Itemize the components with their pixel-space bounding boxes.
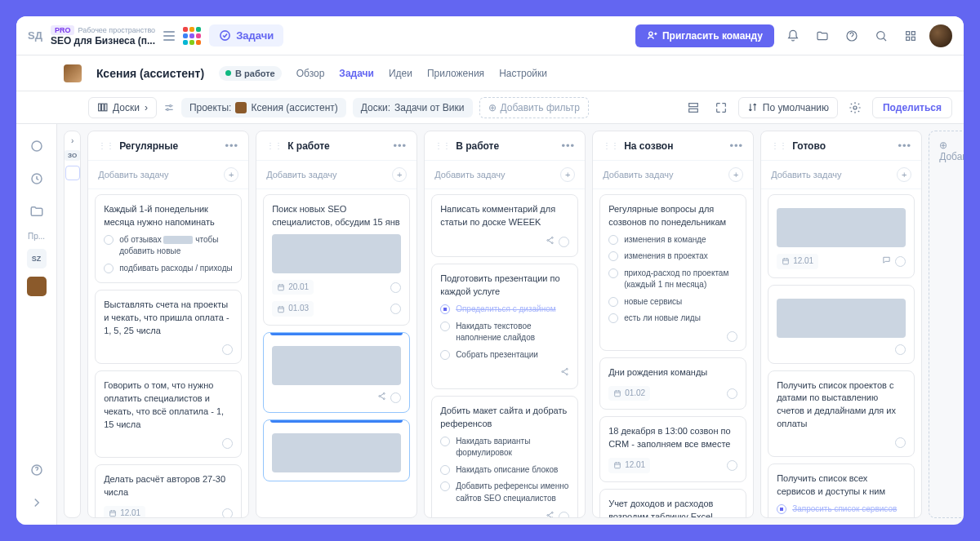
task-card[interactable] [263,332,410,414]
subtask-ring-icon[interactable] [440,481,450,491]
tab-overview[interactable]: Обзор [296,68,325,79]
share-icon[interactable] [560,367,569,380]
task-card[interactable]: Регулярные вопросы для созвонов по понед… [599,194,746,351]
folder-icon[interactable] [812,25,833,47]
tab-tasks[interactable]: Задачи [339,68,374,79]
plus-icon[interactable]: + [392,167,407,182]
subtask-item[interactable]: Накидать описание блоков [440,464,569,477]
task-card[interactable]: Получить список всех сервисов и доступы … [768,463,915,517]
tab-apps[interactable]: Приложения [427,68,484,79]
task-card[interactable]: Поиск новых SEO специалистов, обсудим 15… [263,194,410,326]
status-pill[interactable]: В работе [219,66,282,81]
workspace-block[interactable]: PRO Рабочее пространство SEO для Бизнеса… [51,25,155,47]
board-scroll[interactable]: › ЗО ⋮⋮Регулярные•••Добавить задачу+Кажд… [64,131,957,518]
subtask-ring-icon[interactable] [777,504,786,514]
subtask-ring-icon[interactable] [608,251,618,261]
column-menu-icon[interactable]: ••• [898,140,911,152]
subtask-ring-icon[interactable] [440,465,450,475]
boards-view-button[interactable]: Доски › [88,97,157,118]
grid-icon[interactable] [900,25,921,47]
complete-ring-icon[interactable] [727,460,737,471]
rail-circle-icon[interactable] [24,134,49,158]
tab-settings[interactable]: Настройки [499,68,547,79]
subtask-item[interactable]: Накидать варианты формулировок [440,436,569,459]
search-icon[interactable] [871,25,892,47]
task-card[interactable]: Делать расчёт авторов 27-30 числа12.01 [95,464,242,517]
complete-ring-icon[interactable] [895,344,906,355]
gear-icon[interactable] [844,97,866,118]
complete-ring-icon[interactable] [727,388,737,399]
add-column[interactable]: ⊕ Добав [929,131,964,518]
collapsed-column[interactable]: › ЗО [64,131,81,518]
rail-folder-icon[interactable] [24,199,49,224]
grip-icon[interactable]: ⋮⋮ [98,141,114,150]
grip-icon[interactable]: ⋮⋮ [603,141,619,150]
filter-projects[interactable]: Проекты: Ксения (ассистент) [181,98,346,118]
rail-project-avatar[interactable] [27,277,47,296]
invite-team-button[interactable]: Пригласить команду [635,24,774,47]
filter-sliders-icon[interactable] [163,102,175,113]
task-card[interactable]: Говорить о том, что нужно оплатить специ… [95,370,242,458]
apps-grid-icon[interactable] [183,27,201,45]
subtask-ring-icon[interactable] [608,268,618,278]
subtask-item[interactable]: Добавить референсы именно сайтов SEO спе… [440,481,569,504]
subtask-ring-icon[interactable] [608,313,618,323]
subtask-ring-icon[interactable] [440,350,450,360]
subtask-ring-icon[interactable] [440,321,450,331]
task-card[interactable]: Учет доходов и расходов возродим табличк… [599,489,746,517]
task-card[interactable] [263,419,410,481]
task-card[interactable]: 18 декабря в 13:00 созвон по CRM - запол… [599,416,746,481]
task-card[interactable]: Каждый 1-й понедельник месяца нужно напо… [95,194,242,283]
complete-ring-icon[interactable] [895,256,906,267]
column-menu-icon[interactable]: ••• [225,140,238,152]
subtask-ring-icon[interactable] [104,235,114,245]
plus-icon[interactable]: + [224,167,238,182]
subtask-item[interactable]: Запросить список сервисов [777,503,906,516]
plus-icon[interactable]: + [897,167,911,182]
add-filter-button[interactable]: ⊕ Добавить фильтр [479,97,589,118]
plus-icon[interactable]: + [728,167,743,182]
add-task-row[interactable]: Добавить задачу+ [88,161,248,189]
tasks-pill[interactable]: Задачи [209,24,283,47]
sort-button[interactable]: По умолчанию [738,97,838,118]
grip-icon[interactable]: ⋮⋮ [434,141,451,150]
subtask-item[interactable]: Собрать презентации [440,349,569,361]
filter-boards[interactable]: Доски: Задачи от Вики [353,98,473,118]
grip-icon[interactable]: ⋮⋮ [771,141,787,150]
task-card[interactable]: 12.01 [768,194,915,278]
add-task-row[interactable]: Добавить задачу+ [425,161,585,189]
subtask-item[interactable]: об отзывах чтобы добавить новые [104,234,233,258]
subtask-item[interactable]: новые сервисы [608,296,737,308]
task-card[interactable]: Получить список проектов с датами по выс… [768,370,915,458]
task-card[interactable] [768,285,915,364]
expand-icon[interactable] [710,97,732,118]
share-icon[interactable] [546,511,555,517]
rail-badge-sz[interactable]: SZ [27,249,47,268]
date-chip[interactable]: 20.01 [272,280,314,295]
comment-icon[interactable] [882,255,891,268]
task-card[interactable]: Написать комментарий для статьи по доске… [431,194,578,257]
layout-icon[interactable] [683,97,704,118]
share-icon[interactable] [377,392,386,405]
user-avatar[interactable] [929,24,952,47]
column-menu-icon[interactable]: ••• [729,140,743,152]
task-card[interactable]: Дни рождения команды01.02 [599,357,746,410]
complete-ring-icon[interactable] [559,237,569,247]
subtask-ring-icon[interactable] [608,297,618,307]
subtask-item[interactable]: подбивать расходы / приходы [104,263,233,275]
plus-icon[interactable]: + [560,167,575,182]
date-chip[interactable]: 12.01 [104,506,145,517]
complete-ring-icon[interactable] [222,438,233,449]
share-icon[interactable] [546,236,555,249]
bell-icon[interactable] [782,25,804,47]
date-chip[interactable]: 01.03 [272,301,314,317]
subtask-item[interactable]: изменения в проектах [608,251,737,263]
share-button[interactable]: Поделиться [872,97,952,118]
date-chip[interactable]: 12.01 [608,458,650,473]
subtask-item[interactable]: изменения в команде [608,234,737,246]
column-menu-icon[interactable]: ••• [393,140,407,152]
subtask-item[interactable]: Накидать текстовое наполнение слайдов [440,321,569,344]
rail-help-icon[interactable] [24,458,49,482]
date-chip[interactable]: 01.02 [608,386,650,401]
task-card[interactable]: Добить макет сайта и добрать референсовН… [431,396,578,517]
